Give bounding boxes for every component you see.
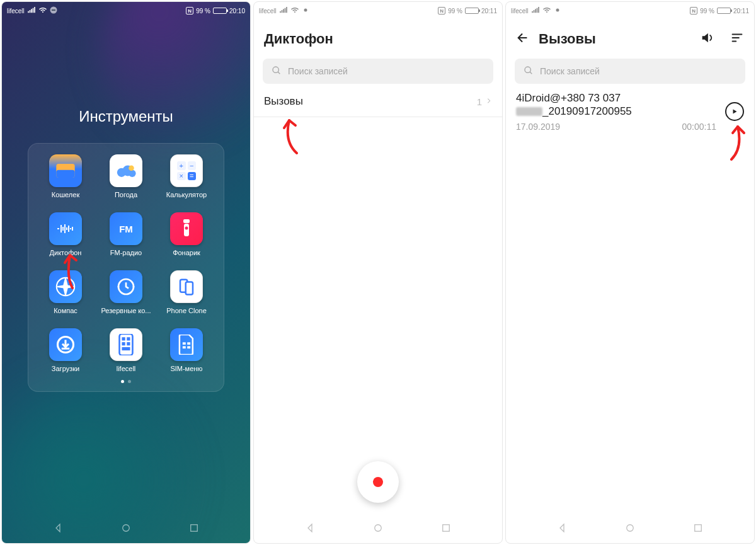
screen-recorder-home: lifecell N 99 % 20:11 Диктофон Поиск зап… xyxy=(253,1,503,544)
redacted-segment xyxy=(516,107,542,116)
lifecell-icon xyxy=(110,328,142,361)
no-disturb-icon xyxy=(50,6,57,15)
recorder-icon xyxy=(49,212,82,245)
svg-rect-23 xyxy=(187,342,190,345)
nav-home-icon[interactable] xyxy=(624,522,636,536)
nav-home-icon[interactable] xyxy=(372,522,384,536)
signal-icon xyxy=(279,7,288,14)
app-label: Компас xyxy=(37,307,94,314)
folder-row-label: Вызовы xyxy=(264,95,303,108)
search-icon xyxy=(524,66,534,77)
chevron-right-icon xyxy=(486,96,492,107)
svg-point-26 xyxy=(123,525,130,532)
app-label: lifecell xyxy=(97,365,155,372)
app-sim[interactable]: SIM-меню xyxy=(158,328,215,372)
app-dl[interactable]: Загрузки xyxy=(37,328,94,372)
clone-icon xyxy=(170,270,203,303)
recording-title-line2: _20190917200955 xyxy=(516,105,716,118)
svg-point-10 xyxy=(185,227,188,230)
app-label: Загрузки xyxy=(37,365,94,372)
speaker-icon[interactable] xyxy=(700,31,714,47)
search-input[interactable]: Поиск записей xyxy=(263,59,493,84)
svg-rect-22 xyxy=(183,342,186,345)
nav-recent-icon[interactable] xyxy=(692,522,704,536)
back-button[interactable] xyxy=(516,31,530,47)
status-bar: lifecell N 99 % 20:11 xyxy=(506,2,754,20)
app-label: Погода xyxy=(97,191,155,198)
nav-recent-icon[interactable] xyxy=(188,522,200,536)
android-navbar xyxy=(254,515,502,543)
nfc-icon: N xyxy=(690,7,697,14)
nfc-icon: N xyxy=(186,7,193,14)
svg-point-29 xyxy=(273,67,278,72)
app-recorder[interactable]: Диктофон xyxy=(37,212,94,256)
folder-row-calls[interactable]: Вызовы 1 xyxy=(254,84,502,117)
app-calc[interactable]: +−×=Калькулятор xyxy=(158,154,215,198)
recording-item[interactable]: 4iDroid@+380 73 037 _20190917200955 17.0… xyxy=(506,84,754,132)
app-fm[interactable]: FMFM-радио xyxy=(97,212,155,256)
nav-back-icon[interactable] xyxy=(304,522,316,536)
svg-point-33 xyxy=(525,67,530,72)
svg-rect-8 xyxy=(183,219,190,223)
battery-icon xyxy=(465,8,479,14)
search-icon xyxy=(272,66,282,77)
page-title: Вызовы xyxy=(539,31,596,47)
wifi-icon xyxy=(542,6,551,15)
svg-rect-18 xyxy=(127,337,130,340)
svg-rect-31 xyxy=(443,525,450,532)
carrier-label: lifecell xyxy=(511,8,529,14)
app-backup[interactable]: Резервные ко... xyxy=(97,270,155,314)
app-weather[interactable]: Погода xyxy=(97,154,155,198)
record-button[interactable] xyxy=(357,461,399,503)
recording-duration: 00:00:11 xyxy=(682,122,717,132)
wallet-icon xyxy=(49,154,82,187)
battery-text: 99 % xyxy=(448,8,462,14)
calc-icon: +−×= xyxy=(170,154,203,187)
app-compass[interactable]: Компас xyxy=(37,270,94,314)
nav-back-icon[interactable] xyxy=(556,522,568,536)
app-lifecell[interactable]: lifecell xyxy=(97,328,155,372)
page-title: Диктофон xyxy=(264,31,492,47)
svg-rect-24 xyxy=(183,346,186,348)
app-label: FM-радио xyxy=(97,249,155,256)
signal-icon xyxy=(27,7,36,14)
app-label: Резервные ко... xyxy=(97,307,155,314)
nav-recent-icon[interactable] xyxy=(440,522,452,536)
android-navbar xyxy=(506,515,754,543)
svg-rect-1 xyxy=(52,9,55,11)
svg-point-6 xyxy=(129,170,135,177)
signal-icon xyxy=(531,7,540,14)
screen-call-recordings: lifecell N 99 % 20:11 Вызовы Поиск запис… xyxy=(505,1,755,544)
folder-title: Инструменты xyxy=(2,108,250,125)
app-torch[interactable]: Фонарик xyxy=(158,212,215,256)
svg-rect-17 xyxy=(122,337,125,340)
app-header: Диктофон xyxy=(254,20,502,54)
dl-icon xyxy=(49,328,82,361)
battery-text: 99 % xyxy=(700,8,714,14)
play-button[interactable] xyxy=(725,102,744,121)
clock: 20:11 xyxy=(481,8,497,14)
app-wallet[interactable]: Кошелек xyxy=(37,154,94,198)
torch-icon xyxy=(170,212,203,245)
battery-text: 99 % xyxy=(196,8,210,14)
svg-rect-21 xyxy=(122,347,130,350)
svg-point-32 xyxy=(556,9,559,12)
app-label: Фонарик xyxy=(158,249,215,256)
folder-row-count: 1 xyxy=(477,96,482,107)
search-input[interactable]: Поиск записей xyxy=(515,59,745,84)
compass-icon xyxy=(49,270,82,303)
svg-rect-16 xyxy=(120,334,133,355)
svg-rect-20 xyxy=(127,342,130,345)
nav-back-icon[interactable] xyxy=(52,522,64,536)
nav-home-icon[interactable] xyxy=(120,522,132,536)
status-bar: lifecell N 99 % 20:10 xyxy=(2,2,250,20)
sim-icon xyxy=(170,328,203,361)
app-label: Phone Clone xyxy=(158,307,215,314)
page-indicator xyxy=(35,380,217,383)
sort-icon[interactable] xyxy=(730,31,744,47)
svg-rect-14 xyxy=(186,282,193,295)
weather-icon xyxy=(110,154,142,187)
svg-rect-19 xyxy=(122,342,125,345)
app-clone[interactable]: Phone Clone xyxy=(158,270,215,314)
clock: 20:10 xyxy=(229,8,245,14)
